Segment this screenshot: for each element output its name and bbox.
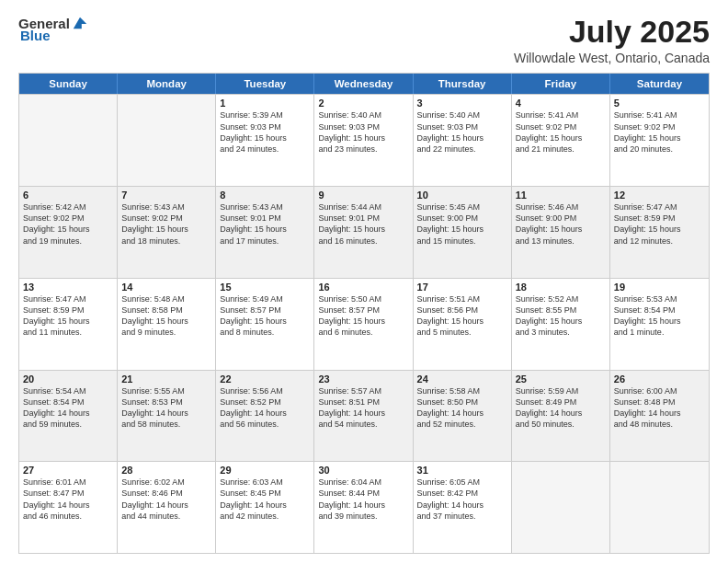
cell-line: Sunset: 9:03 PM bbox=[220, 121, 310, 132]
day-number: 23 bbox=[318, 373, 408, 385]
day-number: 4 bbox=[516, 98, 606, 109]
calendar-cell: 12Sunrise: 5:47 AMSunset: 8:59 PMDayligh… bbox=[610, 187, 709, 278]
cell-line: Sunrise: 5:51 AM bbox=[417, 293, 507, 304]
cell-line: Sunrise: 5:53 AM bbox=[614, 293, 705, 304]
day-number: 25 bbox=[516, 373, 606, 385]
cell-line: Sunrise: 5:44 AM bbox=[318, 201, 408, 213]
cell-line: and 56 minutes. bbox=[220, 419, 310, 430]
calendar-cell: 20Sunrise: 5:54 AMSunset: 8:54 PMDayligh… bbox=[19, 371, 118, 462]
cell-line: Daylight: 15 hours bbox=[516, 224, 606, 235]
cell-line: and 13 minutes. bbox=[516, 236, 606, 247]
cell-line: Sunset: 9:02 PM bbox=[614, 121, 705, 132]
cell-line: Sunset: 8:59 PM bbox=[614, 213, 705, 224]
logo-blue: Blue bbox=[20, 28, 51, 43]
cell-line: Sunset: 9:02 PM bbox=[516, 121, 606, 132]
cell-line: and 24 minutes. bbox=[220, 144, 310, 155]
cell-line: Sunrise: 5:47 AM bbox=[23, 293, 113, 304]
cell-line: Sunrise: 6:04 AM bbox=[318, 477, 408, 488]
day-number: 31 bbox=[417, 465, 507, 476]
calendar-header: SundayMondayTuesdayWednesdayThursdayFrid… bbox=[19, 74, 709, 94]
cell-line: Daylight: 14 hours bbox=[23, 500, 113, 511]
calendar-cell: 30Sunrise: 6:04 AMSunset: 8:44 PMDayligh… bbox=[314, 462, 413, 553]
cell-line: Sunrise: 5:41 AM bbox=[614, 109, 705, 121]
day-number: 29 bbox=[220, 465, 310, 476]
day-number: 28 bbox=[121, 465, 211, 476]
cell-line: Daylight: 15 hours bbox=[318, 224, 408, 235]
calendar-cell: 29Sunrise: 6:03 AMSunset: 8:45 PMDayligh… bbox=[216, 462, 314, 553]
cell-line: Sunset: 9:03 PM bbox=[417, 121, 507, 132]
cell-line: Daylight: 14 hours bbox=[614, 408, 705, 419]
day-number: 11 bbox=[516, 190, 606, 201]
cell-line: Sunrise: 5:45 AM bbox=[417, 201, 507, 213]
day-number: 8 bbox=[220, 190, 310, 201]
calendar-cell: 7Sunrise: 5:43 AMSunset: 9:02 PMDaylight… bbox=[118, 187, 216, 278]
cell-line: Daylight: 15 hours bbox=[614, 132, 705, 144]
calendar-cell: 10Sunrise: 5:45 AMSunset: 9:00 PMDayligh… bbox=[414, 187, 512, 278]
day-number: 9 bbox=[318, 190, 408, 201]
cell-line: Sunrise: 5:48 AM bbox=[121, 293, 211, 304]
cell-line: Sunset: 8:44 PM bbox=[318, 488, 408, 499]
cell-line: and 8 minutes. bbox=[220, 327, 310, 338]
cell-line: Daylight: 15 hours bbox=[121, 224, 211, 235]
cell-line: Sunset: 8:57 PM bbox=[318, 304, 408, 316]
calendar-header-cell: Monday bbox=[118, 74, 216, 94]
cell-line: and 58 minutes. bbox=[121, 419, 211, 430]
cell-line: Daylight: 14 hours bbox=[121, 500, 211, 511]
cell-line: Sunset: 9:02 PM bbox=[121, 213, 211, 224]
cell-line: Sunset: 9:02 PM bbox=[23, 213, 113, 224]
cell-line: Sunset: 9:00 PM bbox=[417, 213, 507, 224]
day-number: 17 bbox=[417, 282, 507, 293]
calendar-cell: 26Sunrise: 6:00 AMSunset: 8:48 PMDayligh… bbox=[610, 371, 709, 462]
cell-line: Sunset: 8:57 PM bbox=[220, 304, 310, 316]
cell-line: Daylight: 14 hours bbox=[121, 408, 211, 419]
cell-line: and 44 minutes. bbox=[121, 511, 211, 522]
cell-line: Sunrise: 5:56 AM bbox=[220, 385, 310, 396]
calendar-cell bbox=[118, 95, 216, 186]
calendar-cell: 15Sunrise: 5:49 AMSunset: 8:57 PMDayligh… bbox=[216, 279, 314, 370]
calendar-cell: 21Sunrise: 5:55 AMSunset: 8:53 PMDayligh… bbox=[118, 371, 216, 462]
main-title: July 2025 bbox=[514, 15, 710, 49]
cell-line: Daylight: 15 hours bbox=[516, 132, 606, 144]
day-number: 16 bbox=[318, 282, 408, 293]
calendar-header-cell: Tuesday bbox=[216, 74, 314, 94]
cell-line: Daylight: 14 hours bbox=[220, 408, 310, 419]
logo: General Blue bbox=[18, 15, 88, 43]
calendar-cell: 4Sunrise: 5:41 AMSunset: 9:02 PMDaylight… bbox=[512, 95, 610, 186]
day-number: 18 bbox=[516, 282, 606, 293]
calendar-cell: 28Sunrise: 6:02 AMSunset: 8:46 PMDayligh… bbox=[118, 462, 216, 553]
cell-line: Sunset: 8:55 PM bbox=[516, 304, 606, 316]
cell-line: Daylight: 15 hours bbox=[614, 316, 705, 327]
day-number: 10 bbox=[417, 190, 507, 201]
cell-line: Sunset: 8:50 PM bbox=[417, 396, 507, 408]
cell-line: Daylight: 15 hours bbox=[23, 316, 113, 327]
calendar-header-cell: Thursday bbox=[414, 74, 512, 94]
cell-line: Sunrise: 6:01 AM bbox=[23, 477, 113, 488]
cell-line: and 23 minutes. bbox=[318, 144, 408, 155]
calendar-cell: 24Sunrise: 5:58 AMSunset: 8:50 PMDayligh… bbox=[414, 371, 512, 462]
cell-line: and 3 minutes. bbox=[516, 327, 606, 338]
cell-line: and 21 minutes. bbox=[516, 144, 606, 155]
calendar-cell: 8Sunrise: 5:43 AMSunset: 9:01 PMDaylight… bbox=[216, 187, 314, 278]
cell-line: Daylight: 15 hours bbox=[220, 132, 310, 144]
calendar-cell: 3Sunrise: 5:40 AMSunset: 9:03 PMDaylight… bbox=[414, 95, 512, 186]
calendar-cell: 16Sunrise: 5:50 AMSunset: 8:57 PMDayligh… bbox=[314, 279, 413, 370]
cell-line: Sunset: 9:01 PM bbox=[318, 213, 408, 224]
cell-line: Sunset: 8:46 PM bbox=[121, 488, 211, 499]
calendar-cell: 27Sunrise: 6:01 AMSunset: 8:47 PMDayligh… bbox=[19, 462, 118, 553]
cell-line: Sunset: 8:56 PM bbox=[417, 304, 507, 316]
cell-line: Sunset: 8:54 PM bbox=[614, 304, 705, 316]
cell-line: and 46 minutes. bbox=[23, 511, 113, 522]
day-number: 26 bbox=[614, 373, 705, 385]
calendar-row: 20Sunrise: 5:54 AMSunset: 8:54 PMDayligh… bbox=[19, 370, 709, 462]
cell-line: Sunrise: 5:39 AM bbox=[220, 109, 310, 121]
cell-line: Daylight: 15 hours bbox=[220, 316, 310, 327]
day-number: 24 bbox=[417, 373, 507, 385]
day-number: 2 bbox=[318, 98, 408, 109]
cell-line: Sunset: 8:49 PM bbox=[516, 396, 606, 408]
cell-line: Sunset: 9:00 PM bbox=[516, 213, 606, 224]
cell-line: and 12 minutes. bbox=[614, 236, 705, 247]
calendar-cell bbox=[19, 95, 118, 186]
page: General Blue July 2025 Willowdale West, … bbox=[0, 0, 728, 563]
cell-line: Daylight: 15 hours bbox=[516, 316, 606, 327]
cell-line: Daylight: 14 hours bbox=[417, 500, 507, 511]
